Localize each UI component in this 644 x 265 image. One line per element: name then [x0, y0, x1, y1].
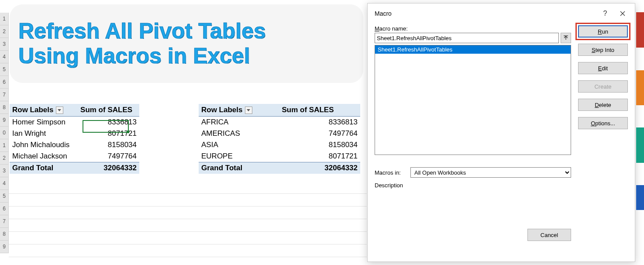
row-header[interactable]: 4 — [0, 51, 9, 63]
table-row: EUROPE8071721 — [199, 151, 360, 162]
create-button: Create — [578, 80, 628, 93]
help-button[interactable]: ? — [596, 7, 614, 21]
table-row: Michael Jackson7497764 — [10, 151, 139, 162]
empty-grid — [9, 181, 367, 257]
close-button[interactable] — [614, 7, 631, 21]
table-row: John Michaloudis8158034 — [10, 139, 139, 151]
row-header[interactable]: 6 — [0, 76, 9, 89]
filter-dropdown-icon[interactable] — [245, 107, 252, 114]
pivot-table-2: Row Labels Sum of SALES AFRICA8336813 AM… — [199, 104, 360, 174]
macro-list-item[interactable]: Sheet1.RefreshAllPivotTables — [375, 45, 571, 54]
run-button[interactable]: Run — [578, 25, 628, 38]
macro-list[interactable]: Sheet1.RefreshAllPivotTables — [375, 45, 571, 155]
grand-total-row: Grand Total32064332 — [10, 162, 139, 174]
row-header[interactable]: 9 — [0, 114, 9, 127]
side-strip-red[interactable] — [636, 12, 644, 48]
macro-name-label: Macro name: — [375, 25, 571, 32]
row-header[interactable]: 8 — [0, 228, 9, 241]
table-row: Ian Wright8071721 — [10, 128, 139, 139]
row-headers: 1 2 3 4 5 6 7 8 9 0 1 2 3 4 5 6 7 8 9 — [0, 13, 9, 253]
edit-button[interactable]: Edit — [578, 62, 628, 74]
filter-dropdown-icon[interactable] — [56, 107, 63, 114]
dialog-title: Macro — [375, 10, 596, 17]
pivot-table-1: Row Labels Sum of SALES Homer Simpson833… — [10, 104, 139, 174]
table-row: AMERICAS7497764 — [199, 128, 360, 139]
row-header[interactable]: 6 — [0, 203, 9, 215]
grid-row[interactable] — [9, 181, 367, 194]
macros-in-select[interactable]: All Open Workbooks — [410, 167, 571, 178]
pivot1-col1-header[interactable]: Row Labels — [10, 104, 77, 117]
row-header[interactable]: 7 — [0, 215, 9, 228]
dialog-titlebar[interactable]: Macro ? — [368, 3, 635, 24]
description-label: Description — [375, 182, 571, 189]
side-strip-blue[interactable] — [636, 185, 644, 210]
row-header[interactable]: 4 — [0, 177, 9, 190]
delete-button[interactable]: Delete — [578, 99, 628, 111]
arrow-up-icon — [563, 35, 569, 41]
table-row: AFRICA8336813 — [199, 117, 360, 128]
table-row: Homer Simpson8336813 — [10, 117, 139, 128]
grid-row[interactable] — [9, 244, 367, 257]
row-header[interactable]: 2 — [0, 25, 9, 38]
go-to-button[interactable] — [561, 33, 571, 43]
grid-row[interactable] — [9, 232, 367, 244]
row-header[interactable]: 7 — [0, 89, 9, 101]
side-strip-green[interactable] — [636, 127, 644, 163]
banner-line2: Using Macros in Excel — [18, 44, 363, 69]
grid-row[interactable] — [9, 206, 367, 219]
macro-name-input[interactable] — [375, 33, 559, 43]
row-header[interactable]: 5 — [0, 190, 9, 203]
row-header[interactable]: 3 — [0, 38, 9, 51]
row-header[interactable]: 9 — [0, 241, 9, 253]
cancel-button[interactable]: Cancel — [527, 229, 571, 241]
row-header[interactable]: 5 — [0, 63, 9, 76]
grid-row[interactable] — [9, 194, 367, 206]
row-header[interactable]: 8 — [0, 101, 9, 114]
row-header[interactable]: 3 — [0, 165, 9, 177]
macro-dialog: Macro ? Macro name: Sheet1.RefreshAllPiv… — [367, 3, 635, 262]
table-row: ASIA8158034 — [199, 139, 360, 151]
title-banner: Refresh All Pivot Tables Using Macros in… — [10, 4, 363, 83]
pivot2-col1-header[interactable]: Row Labels — [199, 104, 279, 117]
grand-total-row: Grand Total32064332 — [199, 162, 360, 174]
grid-row[interactable] — [9, 219, 367, 232]
side-strip-orange[interactable] — [636, 70, 644, 105]
macros-in-label: Macros in: — [375, 169, 406, 176]
row-header[interactable]: 1 — [0, 139, 9, 152]
pivot2-col2-header[interactable]: Sum of SALES — [279, 104, 361, 117]
pivot1-col2-header[interactable]: Sum of SALES — [77, 104, 139, 117]
options-button[interactable]: Options... — [578, 117, 628, 129]
step-into-button[interactable]: Step Into — [578, 44, 628, 56]
row-header[interactable]: 2 — [0, 152, 9, 165]
row-header[interactable]: 0 — [0, 127, 9, 139]
row-header[interactable]: 1 — [0, 13, 9, 25]
close-icon — [620, 11, 625, 16]
banner-line1: Refresh All Pivot Tables — [18, 19, 363, 44]
